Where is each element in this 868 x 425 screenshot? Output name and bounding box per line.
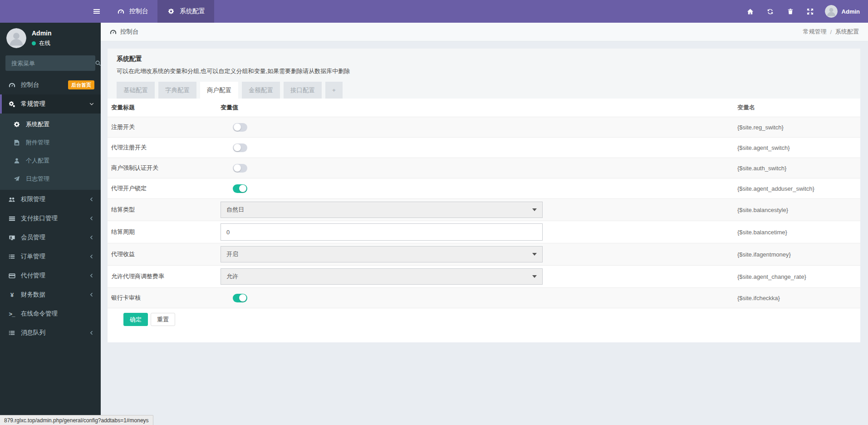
config-tab-0[interactable]: 基础配置 (117, 82, 155, 99)
select-value: 允许 (226, 272, 238, 281)
sidebar-menu: 控制台后台首页常规管理系统配置附件管理个人配置日志管理权限管理支付接口管理会员管… (0, 75, 101, 342)
chevron-left-icon (89, 197, 94, 202)
config-row: 结算类型自然日{$site.balancestyle} (108, 198, 860, 221)
yen-icon: ¥ (7, 292, 16, 298)
chevron-left-icon (89, 273, 94, 278)
variable-name: {$site.auth_switch} (734, 165, 860, 172)
sidebar-subitem: 日志管理 (0, 170, 101, 188)
sidebar-link-1[interactable]: 常规管理 (0, 94, 101, 114)
submit-button[interactable]: 确定 (123, 313, 148, 326)
text-input[interactable] (221, 223, 543, 241)
toggle-knob (239, 185, 246, 192)
config-tab-2[interactable]: 商户配置 (200, 82, 238, 99)
sidebar-user-panel: Admin 在线 (0, 23, 101, 53)
search-icon[interactable] (95, 60, 101, 66)
add-tab-button[interactable]: + (325, 82, 343, 99)
sidebar-item-right (89, 216, 94, 221)
sidebar-link-2[interactable]: 权限管理 (0, 190, 101, 209)
search-input[interactable] (10, 59, 92, 67)
row-title: 代理开户锁定 (108, 184, 217, 193)
config-tab-3[interactable]: 金额配置 (242, 82, 280, 99)
sidebar-item-label: 常规管理 (21, 100, 45, 108)
sidebar-link-8[interactable]: >_在线命令管理 (0, 304, 101, 323)
select-field[interactable]: 允许 (221, 268, 543, 285)
online-status-dot (32, 41, 36, 45)
sidebar-sublink-2[interactable]: 个人配置 (0, 152, 101, 170)
row-value-cell (217, 294, 734, 302)
sidebar-subitem: 个人配置 (0, 152, 101, 170)
navbar-tab-dashboard[interactable]: 控制台 (107, 0, 157, 23)
sidebar-link-5[interactable]: 订单管理 (0, 247, 101, 266)
breadcrumb-bar: 控制台 常规管理 / 系统配置 (101, 23, 868, 41)
sidebar-link-3[interactable]: 支付接口管理 (0, 209, 101, 228)
breadcrumb: 常规管理 / 系统配置 (803, 28, 859, 36)
variable-name: {$site.ifagentmoney} (734, 251, 860, 258)
paper-plane-icon (12, 176, 21, 182)
toggle-switch[interactable] (233, 184, 247, 193)
config-row: 注册开关{$site.reg_switch} (108, 117, 860, 137)
toggle-knob (234, 124, 241, 131)
navbar-right: Admin (740, 0, 868, 23)
navbar-tab-current[interactable]: 系统配置 (157, 0, 214, 23)
config-row: 银行卡审核{$site.ifcheckka} (108, 287, 860, 308)
row-value-cell: 自然日 (217, 202, 734, 218)
status-bar: 879.rglxc.top/admin.php/general/config?a… (0, 415, 153, 425)
hamburger-icon (93, 8, 100, 15)
reset-button[interactable]: 重置 (151, 313, 175, 326)
sidebar: Admin 在线 控制台后台首页常规管理系统配置附件管理个人配置日志管理权限管理… (0, 23, 101, 425)
toggle-switch[interactable] (233, 143, 247, 152)
avatar (825, 5, 838, 18)
select-field[interactable]: 开启 (221, 246, 543, 262)
sidebar-link-4[interactable]: 会员管理 (0, 228, 101, 247)
sidebar-sublink-0[interactable]: 系统配置 (0, 115, 101, 133)
sidebar-toggle-button[interactable] (86, 0, 107, 23)
caret-down-icon (532, 253, 537, 256)
online-status-label: 在线 (39, 40, 50, 47)
row-value-cell (217, 123, 734, 132)
home-button[interactable] (740, 0, 760, 23)
config-table: 变量标题变量值变量名注册开关{$site.reg_switch}代理注册开关{$… (108, 99, 860, 342)
row-value-cell: 允许 (217, 268, 734, 285)
row-value-cell (217, 223, 734, 241)
sidebar-item: 控制台后台首页 (0, 75, 101, 94)
variable-name: {$site.agent_adduser_switch} (734, 185, 860, 192)
sidebar-user-name: Admin (32, 30, 52, 37)
variable-name: {$site.reg_switch} (734, 124, 860, 131)
select-field[interactable]: 自然日 (221, 202, 543, 218)
caret-down-icon (532, 275, 537, 278)
sidebar-sublink-3[interactable]: 日志管理 (0, 170, 101, 188)
variable-name: {$site.balancetime} (734, 229, 860, 236)
fullscreen-button[interactable] (800, 0, 820, 23)
sidebar-item-right (89, 330, 94, 336)
list-icon (7, 330, 16, 336)
sidebar-item-label: 支付接口管理 (21, 214, 58, 222)
config-row: 商户强制认证开关{$site.auth_switch} (108, 158, 860, 178)
refresh-button[interactable] (760, 0, 780, 23)
toggle-switch[interactable] (233, 294, 247, 302)
toggle-switch[interactable] (233, 123, 247, 132)
row-title: 注册开关 (108, 123, 217, 131)
sidebar-item-label: 订单管理 (21, 252, 45, 261)
chevron-left-icon (89, 292, 94, 297)
sidebar-item-label: 权限管理 (21, 195, 45, 203)
page-title: 系统配置 (117, 55, 851, 63)
breadcrumb-link-parent[interactable]: 常规管理 (803, 28, 826, 36)
toggle-switch[interactable] (233, 164, 247, 173)
tachometer-icon (7, 82, 16, 89)
sidebar-sublink-1[interactable]: 附件管理 (0, 133, 101, 152)
file-image-icon (12, 139, 21, 146)
member-icon (7, 234, 16, 241)
user-menu[interactable]: Admin (820, 0, 868, 23)
gear-icon (167, 8, 176, 15)
chevron-left-icon (89, 216, 94, 221)
sidebar-link-7[interactable]: ¥财务数据 (0, 285, 101, 304)
config-tab-1[interactable]: 字典配置 (158, 82, 196, 99)
breadcrumb-link-current[interactable]: 系统配置 (835, 28, 859, 36)
clear-cache-button[interactable] (780, 0, 800, 23)
sidebar-item: 代付管理 (0, 266, 101, 285)
sidebar-link-6[interactable]: 代付管理 (0, 266, 101, 285)
sidebar-link-0[interactable]: 控制台后台首页 (0, 75, 101, 94)
config-tab-4[interactable]: 接口配置 (284, 82, 322, 99)
sidebar-link-9[interactable]: 消息队列 (0, 323, 101, 342)
navbar-tab-label: 系统配置 (180, 7, 205, 15)
